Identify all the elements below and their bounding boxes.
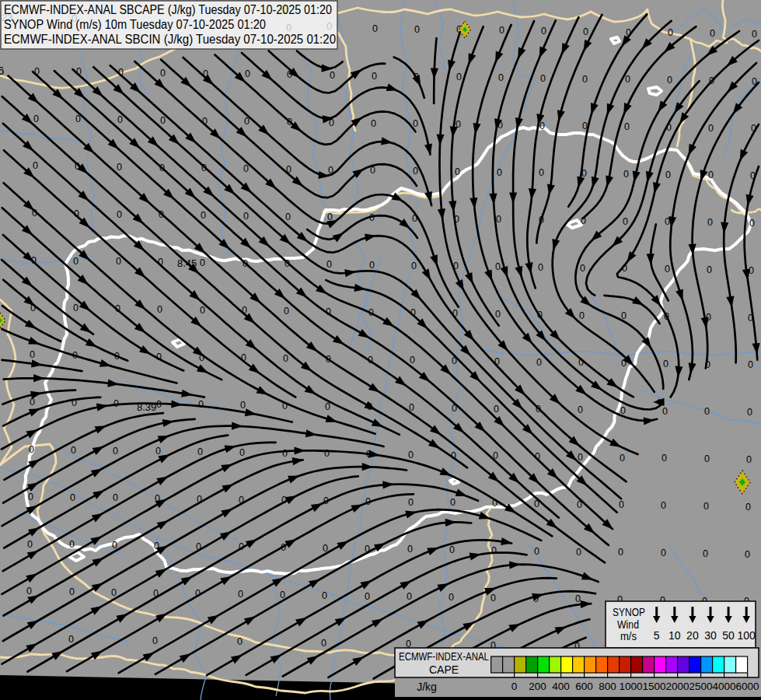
svg-text:0: 0 bbox=[196, 541, 201, 552]
svg-text:0: 0 bbox=[623, 216, 628, 227]
svg-text:0: 0 bbox=[281, 542, 286, 553]
svg-text:0: 0 bbox=[495, 261, 501, 272]
svg-text:0: 0 bbox=[745, 549, 750, 560]
svg-text:0: 0 bbox=[414, 72, 419, 82]
svg-text:0: 0 bbox=[372, 23, 378, 34]
svg-text:0: 0 bbox=[704, 406, 710, 417]
svg-text:1500: 1500 bbox=[643, 681, 666, 692]
svg-text:0: 0 bbox=[30, 397, 35, 408]
svg-text:0: 0 bbox=[708, 123, 714, 134]
svg-text:0: 0 bbox=[410, 355, 415, 366]
svg-text:0: 0 bbox=[286, 164, 291, 175]
svg-text:800: 800 bbox=[599, 681, 616, 692]
svg-text:0: 0 bbox=[536, 404, 541, 415]
svg-text:0: 0 bbox=[745, 502, 751, 513]
svg-text:0: 0 bbox=[117, 162, 122, 173]
svg-text:0: 0 bbox=[200, 305, 205, 316]
svg-text:0: 0 bbox=[157, 304, 162, 315]
svg-text:0: 0 bbox=[368, 355, 373, 366]
svg-text:0: 0 bbox=[75, 161, 80, 172]
svg-text:400: 400 bbox=[552, 681, 570, 692]
svg-text:0: 0 bbox=[621, 310, 627, 321]
svg-text:0: 0 bbox=[237, 636, 243, 647]
svg-text:0: 0 bbox=[245, 68, 250, 79]
svg-text:0: 0 bbox=[154, 541, 159, 551]
svg-text:0: 0 bbox=[281, 495, 287, 506]
svg-text:0: 0 bbox=[413, 118, 418, 129]
svg-text:0: 0 bbox=[30, 349, 35, 360]
svg-text:0: 0 bbox=[158, 257, 163, 268]
svg-text:0: 0 bbox=[366, 449, 372, 460]
svg-text:0: 0 bbox=[499, 25, 504, 36]
svg-text:0: 0 bbox=[328, 165, 333, 176]
svg-text:0: 0 bbox=[751, 123, 756, 134]
svg-text:0: 0 bbox=[710, 28, 715, 39]
svg-text:0: 0 bbox=[73, 303, 79, 313]
svg-text:0: 0 bbox=[73, 256, 79, 267]
svg-text:0: 0 bbox=[703, 501, 709, 512]
svg-text:0: 0 bbox=[365, 496, 371, 507]
svg-text:0: 0 bbox=[534, 499, 539, 509]
svg-text:0: 0 bbox=[667, 75, 672, 86]
svg-text:0: 0 bbox=[626, 27, 631, 38]
svg-text:0: 0 bbox=[329, 117, 334, 128]
svg-text:0: 0 bbox=[666, 122, 672, 133]
svg-text:0: 0 bbox=[200, 257, 205, 268]
svg-text:0: 0 bbox=[665, 264, 670, 275]
svg-text:0: 0 bbox=[69, 586, 75, 597]
svg-text:0: 0 bbox=[74, 208, 79, 219]
svg-text:0: 0 bbox=[117, 209, 122, 220]
svg-text:0: 0 bbox=[407, 591, 412, 602]
svg-text:0: 0 bbox=[451, 450, 456, 461]
svg-text:0: 0 bbox=[748, 359, 753, 370]
svg-text:0: 0 bbox=[621, 358, 627, 369]
svg-text:0: 0 bbox=[498, 72, 504, 83]
svg-text:5: 5 bbox=[654, 629, 660, 642]
svg-text:0: 0 bbox=[243, 258, 248, 269]
svg-text:0: 0 bbox=[369, 260, 375, 271]
svg-text:0: 0 bbox=[705, 359, 710, 370]
svg-text:0: 0 bbox=[413, 166, 418, 177]
svg-text:0: 0 bbox=[326, 20, 332, 32]
svg-text:200: 200 bbox=[529, 681, 546, 692]
svg-text:0: 0 bbox=[285, 212, 291, 222]
svg-text:0: 0 bbox=[748, 313, 753, 324]
svg-text:0: 0 bbox=[750, 170, 756, 181]
svg-text:0: 0 bbox=[668, 27, 673, 38]
svg-text:0: 0 bbox=[72, 350, 78, 361]
svg-text:0: 0 bbox=[280, 590, 285, 600]
svg-text:0: 0 bbox=[326, 354, 331, 365]
svg-text:0: 0 bbox=[456, 72, 462, 82]
svg-text:0: 0 bbox=[495, 309, 501, 320]
svg-text:0: 0 bbox=[452, 308, 458, 319]
svg-text:0: 0 bbox=[115, 303, 120, 314]
svg-text:0: 0 bbox=[624, 121, 630, 132]
svg-text:0: 0 bbox=[620, 453, 625, 464]
svg-text:0: 0 bbox=[323, 543, 328, 554]
svg-text:0: 0 bbox=[449, 544, 455, 555]
svg-text:0: 0 bbox=[453, 261, 459, 271]
svg-text:6: 6 bbox=[0, 64, 4, 77]
svg-text:ECMWF-INDEX-ANAL: ECMWF-INDEX-ANAL bbox=[399, 650, 489, 663]
svg-text:0: 0 bbox=[707, 217, 713, 228]
svg-text:0: 0 bbox=[493, 450, 498, 461]
svg-text:0: 0 bbox=[321, 638, 326, 649]
svg-text:0: 0 bbox=[539, 215, 544, 226]
svg-text:0: 0 bbox=[580, 263, 585, 274]
svg-text:100: 100 bbox=[738, 629, 756, 642]
svg-text:0: 0 bbox=[455, 166, 460, 177]
svg-text:2500: 2500 bbox=[689, 681, 713, 692]
svg-text:0: 0 bbox=[368, 307, 374, 318]
svg-text:0: 0 bbox=[239, 541, 244, 552]
svg-text:0: 0 bbox=[407, 544, 413, 555]
svg-text:0: 0 bbox=[113, 398, 119, 409]
svg-text:ECMWF-INDEX-ANAL SBCIN (J/kg): ECMWF-INDEX-ANAL SBCIN (J/kg) Tuesday 07… bbox=[4, 33, 336, 46]
svg-text:0: 0 bbox=[538, 262, 543, 273]
svg-text:0: 0 bbox=[369, 212, 375, 223]
svg-text:0: 0 bbox=[622, 263, 627, 274]
svg-text:0: 0 bbox=[494, 356, 500, 367]
svg-text:0: 0 bbox=[283, 353, 288, 364]
svg-text:0: 0 bbox=[68, 634, 74, 645]
svg-text:0: 0 bbox=[241, 352, 246, 363]
svg-text:0: 0 bbox=[243, 211, 249, 222]
